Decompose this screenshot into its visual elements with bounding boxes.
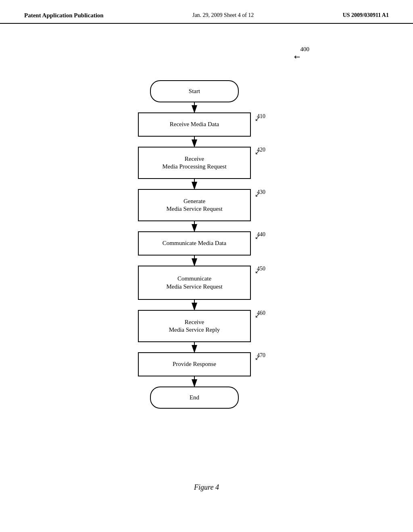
- ref-460-arrow-icon: ↙: [255, 312, 260, 319]
- page-header: Patent Application Publication Jan. 29, …: [0, 0, 413, 24]
- end-node: End: [150, 387, 239, 409]
- node-430: Generate Media Service Request: [138, 189, 251, 221]
- node-470: Provide Response: [138, 352, 251, 376]
- ref-410-arrow-icon: ↙: [255, 116, 260, 123]
- sheet-info: Jan. 29, 2009 Sheet 4 of 12: [192, 12, 254, 19]
- node-420: Receive Media Processing Request: [138, 147, 251, 179]
- ref-450-arrow-icon: ↙: [255, 268, 260, 275]
- diagram-area: 400 ↗ Start Receive Media Data 410 ↙: [25, 24, 388, 479]
- publication-label: Patent Application Publication: [24, 12, 104, 19]
- node-440: Communicate Media Data: [138, 231, 251, 256]
- ref-430-arrow-icon: ↙: [255, 191, 260, 198]
- figure-label: Figure 4: [0, 483, 413, 492]
- patent-number: US 2009/030911 A1: [343, 12, 389, 19]
- node-460: Receive Media Service Reply: [138, 310, 251, 342]
- ref-400-label: 400: [300, 46, 310, 53]
- node-410: Receive Media Data: [138, 112, 251, 137]
- ref-420-arrow-icon: ↙: [255, 149, 260, 156]
- ref-400-arrow-icon: ↗: [292, 52, 302, 62]
- start-node: Start: [150, 80, 239, 102]
- node-450: Communicate Media Service Request: [138, 266, 251, 300]
- ref-470-arrow-icon: ↙: [255, 355, 260, 362]
- ref-440-arrow-icon: ↙: [255, 234, 260, 241]
